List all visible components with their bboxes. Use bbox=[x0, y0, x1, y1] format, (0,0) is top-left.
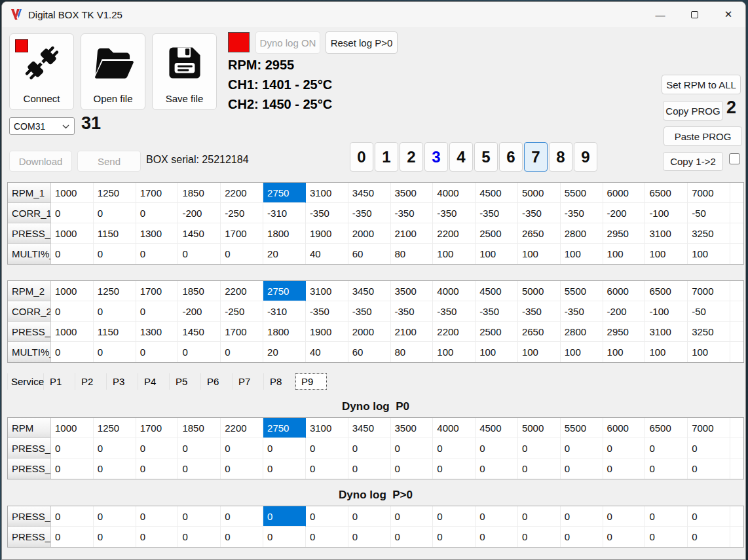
com-port-select[interactable]: COM31 bbox=[9, 117, 75, 135]
table-cell[interactable]: 2200 bbox=[433, 322, 476, 342]
table-cell[interactable]: 1700 bbox=[221, 322, 263, 342]
table-cell[interactable]: 3500 bbox=[391, 281, 434, 301]
table-cell[interactable]: 1000 bbox=[51, 418, 94, 438]
table-cell[interactable]: 2500 bbox=[476, 322, 518, 342]
table-cell[interactable]: -250 bbox=[221, 301, 263, 322]
table-cell[interactable]: 100 bbox=[518, 244, 561, 264]
table-cell[interactable]: -50 bbox=[688, 203, 730, 223]
tab-p5[interactable]: P5 bbox=[170, 373, 201, 390]
table-cell[interactable]: 0 bbox=[221, 458, 263, 479]
table-cell[interactable]: -350 bbox=[433, 301, 476, 322]
table-cell[interactable]: 6500 bbox=[645, 281, 688, 301]
table-cell[interactable]: 0 bbox=[603, 458, 646, 479]
table-cell[interactable]: -350 bbox=[476, 301, 518, 322]
prog-button-3[interactable]: 3 bbox=[424, 142, 448, 172]
table-cell[interactable]: 2500 bbox=[476, 223, 518, 244]
tab-p3[interactable]: P3 bbox=[107, 373, 138, 390]
table-cell[interactable]: 1450 bbox=[178, 223, 221, 244]
table-cell[interactable]: 3450 bbox=[348, 418, 391, 438]
table-cell[interactable]: 100 bbox=[688, 244, 730, 264]
table-cell[interactable]: 1900 bbox=[306, 223, 348, 244]
table-cell[interactable]: 2200 bbox=[221, 418, 263, 438]
table-cell[interactable]: 3450 bbox=[348, 183, 391, 203]
table-cell[interactable]: 1000 bbox=[51, 183, 94, 203]
table-cell[interactable]: 3250 bbox=[688, 322, 730, 342]
minimize-button[interactable]: — bbox=[643, 2, 677, 27]
table-cell[interactable]: 0 bbox=[518, 438, 561, 458]
table-cell[interactable]: 2750 bbox=[263, 418, 306, 438]
table-cell[interactable]: 0 bbox=[391, 438, 434, 458]
table-cell[interactable]: 2800 bbox=[561, 322, 603, 342]
table-cell[interactable]: -200 bbox=[603, 301, 646, 322]
copy-1-to-2-button[interactable]: Copy 1->2 bbox=[663, 152, 723, 171]
table-cell[interactable]: 5500 bbox=[561, 418, 603, 438]
maximize-button[interactable] bbox=[677, 2, 711, 27]
table-cell[interactable]: 1900 bbox=[306, 322, 348, 342]
table-cell[interactable]: -350 bbox=[391, 203, 434, 223]
table-cell[interactable]: 0 bbox=[51, 506, 94, 527]
table-cell[interactable]: 0 bbox=[136, 458, 179, 479]
table-cell[interactable]: 4000 bbox=[433, 418, 476, 438]
table-cell[interactable]: 0 bbox=[306, 458, 348, 479]
prog-button-0[interactable]: 0 bbox=[350, 142, 373, 172]
table-cell[interactable]: -100 bbox=[645, 203, 688, 223]
table-cell[interactable]: 0 bbox=[688, 506, 730, 527]
tab-p7[interactable]: P7 bbox=[233, 373, 264, 390]
table-cell[interactable]: 1450 bbox=[178, 322, 221, 342]
table-cell[interactable]: -350 bbox=[348, 203, 391, 223]
table-cell[interactable]: 0 bbox=[391, 506, 434, 527]
tab-p8[interactable]: P8 bbox=[264, 373, 295, 390]
prog-button-5[interactable]: 5 bbox=[474, 142, 498, 172]
table-cell[interactable]: 1800 bbox=[263, 223, 306, 244]
prog-button-8[interactable]: 8 bbox=[549, 142, 572, 172]
table-cell[interactable]: -350 bbox=[561, 301, 603, 322]
table-cell[interactable]: 0 bbox=[645, 527, 688, 547]
table-cell[interactable]: 100 bbox=[561, 244, 603, 264]
table-cell[interactable]: 4000 bbox=[433, 281, 476, 301]
table-cell[interactable]: 0 bbox=[94, 342, 136, 362]
table-cell[interactable]: 1700 bbox=[136, 418, 179, 438]
table-cell[interactable]: 60 bbox=[348, 342, 391, 362]
table-cell[interactable]: 0 bbox=[518, 506, 561, 527]
table-cell[interactable]: 0 bbox=[391, 458, 434, 479]
table-cell[interactable]: 100 bbox=[433, 342, 476, 362]
dyno-log-on-button[interactable]: Dyno log ON bbox=[255, 31, 320, 54]
table-cell[interactable]: 0 bbox=[94, 458, 136, 479]
table-cell[interactable]: 0 bbox=[518, 458, 561, 479]
table-cell[interactable]: 0 bbox=[348, 458, 391, 479]
table-cell[interactable]: 0 bbox=[603, 438, 646, 458]
table-cell[interactable]: -350 bbox=[433, 203, 476, 223]
table-cell[interactable]: 0 bbox=[51, 244, 94, 264]
table-cell[interactable]: 2950 bbox=[603, 223, 646, 244]
table-cell[interactable]: 4500 bbox=[476, 183, 518, 203]
table-cell[interactable]: 0 bbox=[645, 506, 688, 527]
tab-p2[interactable]: P2 bbox=[75, 373, 107, 390]
table-cell[interactable]: 1800 bbox=[263, 322, 306, 342]
table-cell[interactable]: 3100 bbox=[645, 223, 688, 244]
connect-button[interactable]: Connect bbox=[9, 33, 74, 110]
table-cell[interactable]: 5500 bbox=[561, 281, 603, 301]
table-cell[interactable]: 3250 bbox=[688, 223, 730, 244]
table-cell[interactable]: 0 bbox=[433, 506, 476, 527]
table-cell[interactable]: 0 bbox=[306, 506, 348, 527]
table-cell[interactable]: 0 bbox=[94, 438, 136, 458]
table-cell[interactable]: 1700 bbox=[136, 281, 179, 301]
table-cell[interactable]: 100 bbox=[476, 342, 518, 362]
table-cell[interactable]: -200 bbox=[603, 203, 646, 223]
table-cell[interactable]: 2200 bbox=[221, 183, 263, 203]
prog-button-4[interactable]: 4 bbox=[449, 142, 473, 172]
copy-1-to-2-checkbox[interactable] bbox=[729, 153, 740, 164]
table-cell[interactable]: 1250 bbox=[94, 281, 136, 301]
table-cell[interactable]: 100 bbox=[561, 342, 603, 362]
table-cell[interactable]: 0 bbox=[51, 438, 94, 458]
table-cell[interactable]: 0 bbox=[391, 527, 434, 547]
table-cell[interactable]: -350 bbox=[518, 301, 561, 322]
table-cell[interactable]: -350 bbox=[306, 203, 348, 223]
table-cell[interactable]: 2100 bbox=[391, 223, 434, 244]
table-cell[interactable]: 0 bbox=[476, 506, 518, 527]
table-cell[interactable]: 1250 bbox=[94, 183, 136, 203]
table-cell[interactable]: 0 bbox=[51, 342, 94, 362]
table-cell[interactable]: 0 bbox=[561, 527, 603, 547]
table-cell[interactable]: 3500 bbox=[391, 183, 434, 203]
table-cell[interactable]: 100 bbox=[433, 244, 476, 264]
